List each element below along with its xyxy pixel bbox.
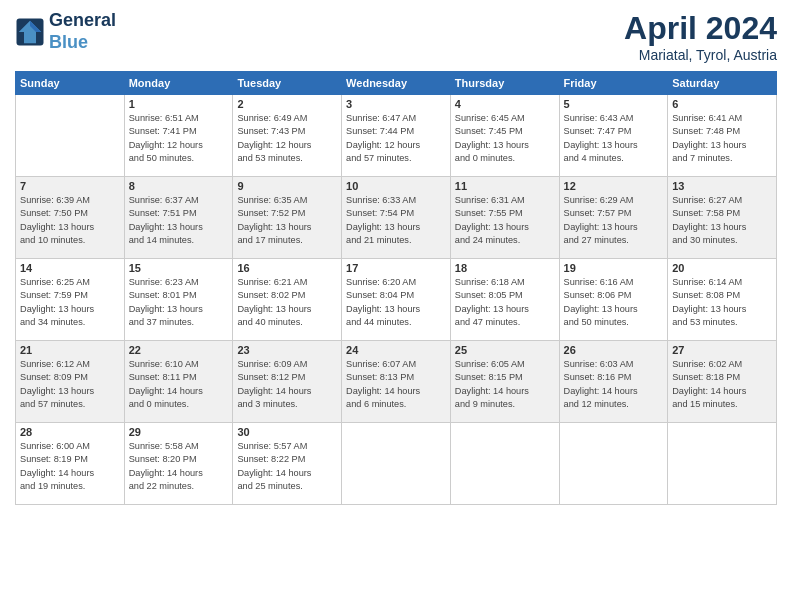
calendar-cell: 9Sunrise: 6:35 AM Sunset: 7:52 PM Daylig… xyxy=(233,177,342,259)
day-number: 18 xyxy=(455,262,555,274)
calendar-cell: 4Sunrise: 6:45 AM Sunset: 7:45 PM Daylig… xyxy=(450,95,559,177)
day-number: 17 xyxy=(346,262,446,274)
day-number: 27 xyxy=(672,344,772,356)
calendar-cell xyxy=(450,423,559,505)
calendar-cell: 30Sunrise: 5:57 AM Sunset: 8:22 PM Dayli… xyxy=(233,423,342,505)
day-info: Sunrise: 5:57 AM Sunset: 8:22 PM Dayligh… xyxy=(237,440,337,493)
logo-icon xyxy=(15,17,45,47)
calendar-cell: 6Sunrise: 6:41 AM Sunset: 7:48 PM Daylig… xyxy=(668,95,777,177)
calendar-cell: 17Sunrise: 6:20 AM Sunset: 8:04 PM Dayli… xyxy=(342,259,451,341)
calendar-cell: 2Sunrise: 6:49 AM Sunset: 7:43 PM Daylig… xyxy=(233,95,342,177)
calendar-cell: 19Sunrise: 6:16 AM Sunset: 8:06 PM Dayli… xyxy=(559,259,668,341)
day-number: 22 xyxy=(129,344,229,356)
day-info: Sunrise: 6:39 AM Sunset: 7:50 PM Dayligh… xyxy=(20,194,120,247)
day-number: 5 xyxy=(564,98,664,110)
calendar-header-row: SundayMondayTuesdayWednesdayThursdayFrid… xyxy=(16,72,777,95)
calendar-cell: 24Sunrise: 6:07 AM Sunset: 8:13 PM Dayli… xyxy=(342,341,451,423)
day-info: Sunrise: 6:41 AM Sunset: 7:48 PM Dayligh… xyxy=(672,112,772,165)
day-number: 24 xyxy=(346,344,446,356)
day-number: 19 xyxy=(564,262,664,274)
day-info: Sunrise: 6:43 AM Sunset: 7:47 PM Dayligh… xyxy=(564,112,664,165)
title-block: April 2024 Mariatal, Tyrol, Austria xyxy=(624,10,777,63)
day-info: Sunrise: 6:00 AM Sunset: 8:19 PM Dayligh… xyxy=(20,440,120,493)
col-header-saturday: Saturday xyxy=(668,72,777,95)
calendar-cell: 21Sunrise: 6:12 AM Sunset: 8:09 PM Dayli… xyxy=(16,341,125,423)
day-info: Sunrise: 6:18 AM Sunset: 8:05 PM Dayligh… xyxy=(455,276,555,329)
calendar-cell: 5Sunrise: 6:43 AM Sunset: 7:47 PM Daylig… xyxy=(559,95,668,177)
day-info: Sunrise: 6:20 AM Sunset: 8:04 PM Dayligh… xyxy=(346,276,446,329)
logo-line1: General xyxy=(49,10,116,32)
calendar-cell: 7Sunrise: 6:39 AM Sunset: 7:50 PM Daylig… xyxy=(16,177,125,259)
day-number: 3 xyxy=(346,98,446,110)
day-number: 28 xyxy=(20,426,120,438)
day-info: Sunrise: 5:58 AM Sunset: 8:20 PM Dayligh… xyxy=(129,440,229,493)
calendar-table: SundayMondayTuesdayWednesdayThursdayFrid… xyxy=(15,71,777,505)
day-number: 25 xyxy=(455,344,555,356)
calendar-cell: 22Sunrise: 6:10 AM Sunset: 8:11 PM Dayli… xyxy=(124,341,233,423)
logo: General Blue xyxy=(15,10,116,53)
day-number: 6 xyxy=(672,98,772,110)
calendar-cell xyxy=(559,423,668,505)
calendar-cell: 16Sunrise: 6:21 AM Sunset: 8:02 PM Dayli… xyxy=(233,259,342,341)
day-number: 26 xyxy=(564,344,664,356)
day-number: 21 xyxy=(20,344,120,356)
col-header-thursday: Thursday xyxy=(450,72,559,95)
calendar-cell: 23Sunrise: 6:09 AM Sunset: 8:12 PM Dayli… xyxy=(233,341,342,423)
calendar-cell: 3Sunrise: 6:47 AM Sunset: 7:44 PM Daylig… xyxy=(342,95,451,177)
day-info: Sunrise: 6:07 AM Sunset: 8:13 PM Dayligh… xyxy=(346,358,446,411)
day-number: 30 xyxy=(237,426,337,438)
day-info: Sunrise: 6:27 AM Sunset: 7:58 PM Dayligh… xyxy=(672,194,772,247)
day-number: 8 xyxy=(129,180,229,192)
day-number: 11 xyxy=(455,180,555,192)
day-number: 4 xyxy=(455,98,555,110)
day-info: Sunrise: 6:16 AM Sunset: 8:06 PM Dayligh… xyxy=(564,276,664,329)
day-info: Sunrise: 6:25 AM Sunset: 7:59 PM Dayligh… xyxy=(20,276,120,329)
day-number: 23 xyxy=(237,344,337,356)
day-number: 1 xyxy=(129,98,229,110)
calendar-cell: 26Sunrise: 6:03 AM Sunset: 8:16 PM Dayli… xyxy=(559,341,668,423)
col-header-monday: Monday xyxy=(124,72,233,95)
calendar-cell xyxy=(668,423,777,505)
day-info: Sunrise: 6:29 AM Sunset: 7:57 PM Dayligh… xyxy=(564,194,664,247)
month-title: April 2024 xyxy=(624,10,777,47)
calendar-week-row: 28Sunrise: 6:00 AM Sunset: 8:19 PM Dayli… xyxy=(16,423,777,505)
calendar-week-row: 21Sunrise: 6:12 AM Sunset: 8:09 PM Dayli… xyxy=(16,341,777,423)
day-info: Sunrise: 6:23 AM Sunset: 8:01 PM Dayligh… xyxy=(129,276,229,329)
day-info: Sunrise: 6:37 AM Sunset: 7:51 PM Dayligh… xyxy=(129,194,229,247)
day-number: 13 xyxy=(672,180,772,192)
col-header-friday: Friday xyxy=(559,72,668,95)
calendar-cell xyxy=(342,423,451,505)
header: General Blue April 2024 Mariatal, Tyrol,… xyxy=(15,10,777,63)
calendar-cell: 29Sunrise: 5:58 AM Sunset: 8:20 PM Dayli… xyxy=(124,423,233,505)
calendar-week-row: 7Sunrise: 6:39 AM Sunset: 7:50 PM Daylig… xyxy=(16,177,777,259)
logo-line2: Blue xyxy=(49,32,116,54)
day-info: Sunrise: 6:14 AM Sunset: 8:08 PM Dayligh… xyxy=(672,276,772,329)
calendar-week-row: 1Sunrise: 6:51 AM Sunset: 7:41 PM Daylig… xyxy=(16,95,777,177)
day-info: Sunrise: 6:45 AM Sunset: 7:45 PM Dayligh… xyxy=(455,112,555,165)
col-header-wednesday: Wednesday xyxy=(342,72,451,95)
calendar-cell: 13Sunrise: 6:27 AM Sunset: 7:58 PM Dayli… xyxy=(668,177,777,259)
calendar-cell: 12Sunrise: 6:29 AM Sunset: 7:57 PM Dayli… xyxy=(559,177,668,259)
calendar-cell: 1Sunrise: 6:51 AM Sunset: 7:41 PM Daylig… xyxy=(124,95,233,177)
calendar-cell: 18Sunrise: 6:18 AM Sunset: 8:05 PM Dayli… xyxy=(450,259,559,341)
day-info: Sunrise: 6:02 AM Sunset: 8:18 PM Dayligh… xyxy=(672,358,772,411)
day-info: Sunrise: 6:33 AM Sunset: 7:54 PM Dayligh… xyxy=(346,194,446,247)
calendar-cell: 8Sunrise: 6:37 AM Sunset: 7:51 PM Daylig… xyxy=(124,177,233,259)
calendar-cell: 11Sunrise: 6:31 AM Sunset: 7:55 PM Dayli… xyxy=(450,177,559,259)
day-info: Sunrise: 6:05 AM Sunset: 8:15 PM Dayligh… xyxy=(455,358,555,411)
calendar-cell xyxy=(16,95,125,177)
calendar-cell: 10Sunrise: 6:33 AM Sunset: 7:54 PM Dayli… xyxy=(342,177,451,259)
logo-text: General Blue xyxy=(49,10,116,53)
calendar-cell: 25Sunrise: 6:05 AM Sunset: 8:15 PM Dayli… xyxy=(450,341,559,423)
day-info: Sunrise: 6:31 AM Sunset: 7:55 PM Dayligh… xyxy=(455,194,555,247)
location-subtitle: Mariatal, Tyrol, Austria xyxy=(624,47,777,63)
day-number: 10 xyxy=(346,180,446,192)
calendar-cell: 14Sunrise: 6:25 AM Sunset: 7:59 PM Dayli… xyxy=(16,259,125,341)
day-info: Sunrise: 6:35 AM Sunset: 7:52 PM Dayligh… xyxy=(237,194,337,247)
day-number: 7 xyxy=(20,180,120,192)
col-header-tuesday: Tuesday xyxy=(233,72,342,95)
calendar-cell: 28Sunrise: 6:00 AM Sunset: 8:19 PM Dayli… xyxy=(16,423,125,505)
calendar-week-row: 14Sunrise: 6:25 AM Sunset: 7:59 PM Dayli… xyxy=(16,259,777,341)
day-info: Sunrise: 6:03 AM Sunset: 8:16 PM Dayligh… xyxy=(564,358,664,411)
day-number: 2 xyxy=(237,98,337,110)
